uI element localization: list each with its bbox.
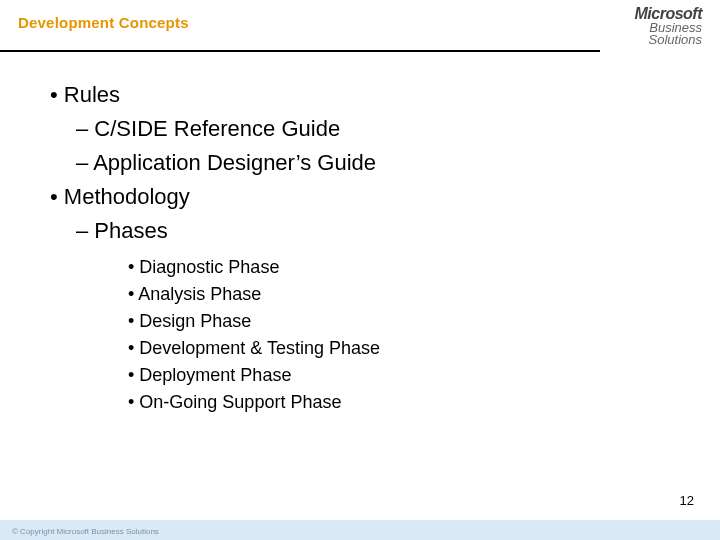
logo-solutions: Solutions	[635, 33, 703, 46]
bullet-adg: Application Designer’s Guide	[76, 146, 680, 180]
phase-item: Development & Testing Phase	[128, 335, 680, 362]
slide: Development Concepts Microsoft Business …	[0, 0, 720, 540]
phase-item: Design Phase	[128, 308, 680, 335]
phase-item: Diagnostic Phase	[128, 254, 680, 281]
copyright-text: © Copyright Microsoft Business Solutions	[12, 527, 159, 536]
bullet-methodology: Methodology	[50, 180, 680, 214]
title-underline	[0, 50, 600, 52]
phase-item: Deployment Phase	[128, 362, 680, 389]
ms-business-solutions-logo: Microsoft Business Solutions	[635, 6, 703, 46]
bullet-cside: C/SIDE Reference Guide	[76, 112, 680, 146]
page-number: 12	[680, 493, 694, 508]
phase-item: Analysis Phase	[128, 281, 680, 308]
bullet-phases: Phases	[76, 214, 680, 248]
content-body: Rules C/SIDE Reference Guide Application…	[50, 78, 680, 416]
slide-title: Development Concepts	[18, 14, 189, 31]
bullet-rules: Rules	[50, 78, 680, 112]
phase-item: On-Going Support Phase	[128, 389, 680, 416]
